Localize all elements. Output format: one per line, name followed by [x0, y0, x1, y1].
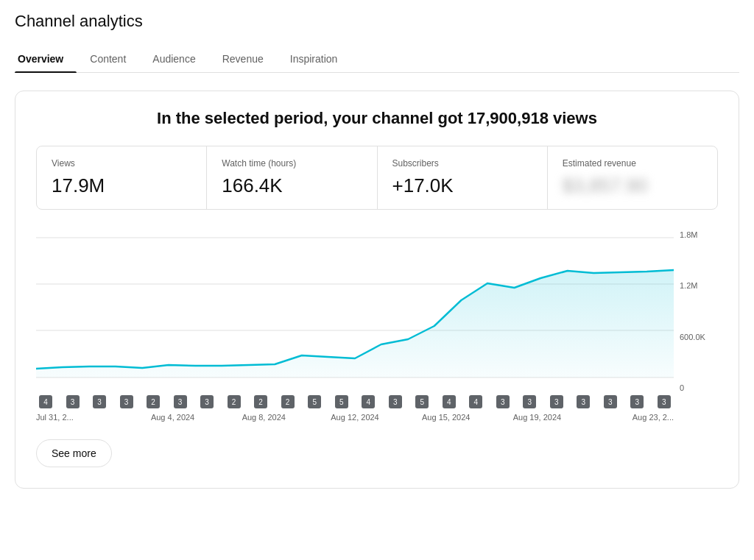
metric-revenue-value: $3,857.90 — [563, 174, 702, 197]
metric-subscribers: Subscribers +17.0K — [378, 146, 548, 209]
dot-badge: 2 — [147, 395, 160, 408]
dot-badge: 2 — [228, 395, 241, 408]
dot-badge: 5 — [308, 395, 321, 408]
metric-watch-time-label: Watch time (hours) — [222, 158, 362, 169]
tab-overview[interactable]: Overview — [15, 46, 77, 72]
dot-badge: 2 — [254, 395, 267, 408]
x-label-aug8: Aug 8, 2024 — [218, 413, 309, 422]
tab-inspiration[interactable]: Inspiration — [277, 46, 351, 72]
y-label-1-8m: 1.8M — [680, 230, 714, 239]
dot-badge: 4 — [362, 395, 375, 408]
dot-badge: 5 — [415, 395, 429, 408]
dot-badge: 3 — [496, 395, 510, 408]
y-label-600k: 600.0K — [680, 333, 714, 341]
dot-badge: 3 — [550, 395, 563, 408]
dot-badge: 3 — [66, 395, 80, 408]
x-label-aug19: Aug 19, 2024 — [492, 413, 583, 422]
dot-badge: 4 — [39, 395, 52, 408]
x-label-jul31: Jul 31, 2... — [36, 413, 127, 422]
metric-revenue: Estimated revenue $3,857.90 — [548, 146, 717, 209]
x-label-aug23: Aug 23, 2... — [582, 413, 674, 422]
metrics-row: Views 17.9M Watch time (hours) 166.4K Su… — [36, 146, 718, 210]
metric-watch-time-value: 166.4K — [222, 174, 362, 197]
dot-badge: 4 — [469, 395, 482, 408]
see-more-button[interactable]: See more — [36, 439, 112, 467]
metric-revenue-label: Estimated revenue — [563, 158, 702, 169]
tab-audience[interactable]: Audience — [139, 46, 208, 72]
dot-badge: 3 — [577, 395, 590, 408]
metric-views: Views 17.9M — [37, 146, 207, 209]
x-label-aug15: Aug 15, 2024 — [401, 413, 492, 422]
x-axis-labels: Jul 31, 2... Aug 4, 2024 Aug 8, 2024 Aug… — [36, 413, 674, 422]
y-label-0: 0 — [680, 383, 714, 392]
dot-badge: 3 — [174, 395, 187, 408]
metric-views-value: 17.9M — [52, 174, 191, 197]
dot-badges-row: 4 3 3 3 2 3 3 2 2 2 5 5 4 3 5 4 4 3 3 3 — [36, 395, 674, 408]
dot-badge: 3 — [389, 395, 402, 408]
dot-badge: 3 — [200, 395, 214, 408]
dot-badge: 3 — [630, 395, 644, 408]
dot-badge: 3 — [93, 395, 106, 408]
chart-area: 1.8M 1.2M 600.0K 0 4 3 3 3 2 3 3 2 2 2 5… — [36, 230, 718, 422]
chart-svg-area — [36, 230, 674, 392]
dot-badge: 3 — [604, 395, 617, 408]
metric-subscribers-label: Subscribers — [392, 158, 532, 169]
line-chart-svg — [36, 230, 674, 392]
dot-badge: 3 — [523, 395, 536, 408]
main-card: In the selected period, your channel got… — [15, 91, 739, 489]
dot-badge: 2 — [281, 395, 295, 408]
metric-watch-time: Watch time (hours) 166.4K — [207, 146, 377, 209]
x-label-aug4: Aug 4, 2024 — [127, 413, 219, 422]
views-headline: In the selected period, your channel got… — [36, 109, 718, 128]
metric-subscribers-value: +17.0K — [392, 174, 532, 197]
x-label-aug12: Aug 12, 2024 — [309, 413, 401, 422]
page-title: Channel analytics — [15, 12, 739, 31]
dot-badge: 5 — [335, 395, 348, 408]
dot-badge: 3 — [658, 395, 671, 408]
dot-badge: 3 — [120, 395, 133, 408]
y-axis: 1.8M 1.2M 600.0K 0 — [674, 230, 714, 392]
metric-views-label: Views — [52, 158, 191, 169]
dot-badge: 4 — [443, 395, 456, 408]
y-label-1-2m: 1.2M — [680, 281, 714, 290]
tab-content[interactable]: Content — [77, 46, 139, 72]
tab-revenue[interactable]: Revenue — [209, 46, 277, 72]
tabs-nav: Overview Content Audience Revenue Inspir… — [15, 46, 739, 73]
